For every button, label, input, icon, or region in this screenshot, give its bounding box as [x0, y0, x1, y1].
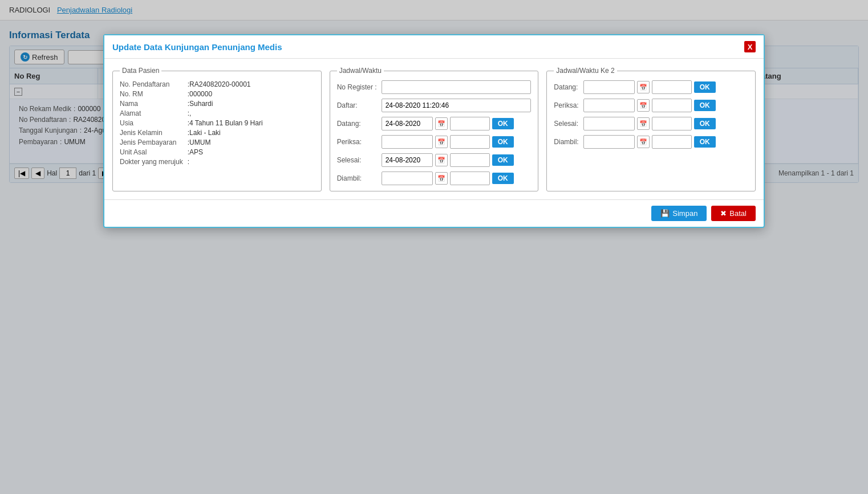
periksa-ok-button[interactable]: OK [492, 136, 514, 148]
periksa2-time-input[interactable] [652, 99, 692, 112]
diambil-date-input[interactable] [382, 172, 433, 185]
diambil-cal-button[interactable]: 📅 [435, 172, 448, 185]
selesai2-date-input[interactable] [583, 117, 635, 130]
datang-time-input[interactable] [450, 117, 490, 130]
jadwal-2-grid: Datang: 📅 OK Periksa: 📅 OK [554, 80, 748, 149]
modal-title: Update Data Kunjungan Penunjang Medis [112, 42, 282, 52]
diambil2-ok-button[interactable]: OK [694, 136, 716, 148]
datang2-ok-button[interactable]: OK [694, 81, 716, 93]
periksa-date-input[interactable] [382, 135, 433, 149]
pasien-grid: No. Pendaftaran :RA24082020-00001 No. RM… [120, 80, 314, 166]
diambil-time-input[interactable] [450, 172, 490, 185]
data-pasien-title: Data Pasien [120, 67, 161, 75]
jadwal-waktu-2-panel: Jadwal/Waktu Ke 2 Datang: 📅 OK Periksa: [546, 67, 756, 191]
modal-close-button[interactable]: X [744, 41, 756, 52]
datang-date-input[interactable] [382, 117, 433, 130]
datang2-cal-button[interactable]: 📅 [637, 81, 650, 93]
selesai-ok-button[interactable]: OK [492, 154, 514, 166]
datang2-date-input[interactable] [583, 80, 635, 94]
periksa-cal-button[interactable]: 📅 [435, 136, 448, 148]
jadwal-waktu-title: Jadwal/Waktu [337, 67, 384, 75]
selesai2-time-input[interactable] [652, 117, 692, 130]
modal: Update Data Kunjungan Penunjang Medis X … [103, 34, 765, 192]
periksa-time-input[interactable] [450, 135, 490, 149]
selesai-date-input[interactable] [382, 153, 433, 167]
diambil2-time-input[interactable] [652, 135, 692, 149]
datang-ok-button[interactable]: OK [492, 118, 514, 129]
selesai-time-input[interactable] [450, 153, 490, 167]
jadwal-waktu-2-title: Jadwal/Waktu Ke 2 [554, 67, 616, 75]
data-pasien-panel: Data Pasien No. Pendaftaran :RA24082020-… [112, 67, 322, 191]
modal-body: Data Pasien No. Pendaftaran :RA24082020-… [104, 59, 764, 192]
no-register-input[interactable] [382, 80, 532, 94]
modal-header: Update Data Kunjungan Penunjang Medis X [104, 35, 764, 59]
periksa2-cal-button[interactable]: 📅 [637, 99, 650, 112]
daftar-input[interactable] [382, 99, 532, 112]
periksa2-date-input[interactable] [583, 99, 635, 112]
datang2-time-input[interactable] [652, 80, 692, 94]
modal-overlay: Update Data Kunjungan Penunjang Medis X … [0, 0, 868, 192]
periksa2-ok-button[interactable]: OK [694, 100, 716, 111]
jadwal-waktu-panel: Jadwal/Waktu No Register : Daftar: Datan… [330, 67, 539, 191]
diambil-ok-button[interactable]: OK [492, 173, 514, 184]
diambil2-date-input[interactable] [583, 135, 635, 149]
jadwal-grid: No Register : Daftar: Datang: 📅 [337, 80, 532, 185]
selesai-cal-button[interactable]: 📅 [435, 154, 448, 166]
selesai2-cal-button[interactable]: 📅 [637, 117, 650, 130]
selesai2-ok-button[interactable]: OK [694, 118, 716, 129]
datang-cal-button[interactable]: 📅 [435, 117, 448, 130]
diambil2-cal-button[interactable]: 📅 [637, 136, 650, 148]
